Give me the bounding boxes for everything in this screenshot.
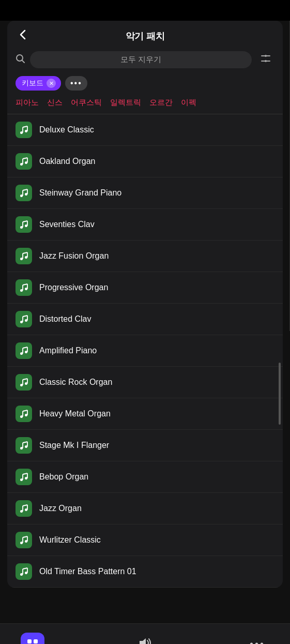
music-note-icon (16, 185, 32, 201)
instrument-name: Oakland Organ (39, 157, 96, 166)
instrument-name: Seventies Clav (39, 220, 95, 229)
clear-all-button[interactable]: 모두 지우기 (30, 51, 252, 68)
music-note-icon (16, 311, 32, 327)
music-note-icon (16, 374, 32, 391)
svg-rect-83 (27, 639, 32, 643)
svg-line-62 (23, 442, 27, 443)
music-note-icon (16, 532, 32, 548)
instrument-item[interactable]: Old Timer Bass Pattern 01 (7, 556, 283, 588)
svg-marker-87 (140, 638, 146, 645)
category-acoustic[interactable]: 어쿠스틱 (71, 98, 102, 108)
music-note-icon (16, 563, 32, 580)
volume-button[interactable] (133, 633, 156, 645)
tags-row: 키보드 ✕ ••• (7, 74, 283, 96)
svg-rect-84 (34, 639, 38, 643)
instrument-list: Deluxe Classic Oakland Organ Steinway Gr… (7, 114, 283, 588)
svg-line-82 (23, 568, 27, 569)
instrument-item[interactable]: Stage Mk I Flanger (7, 430, 283, 461)
panel-header: 악기 패치 (7, 21, 283, 48)
instrument-name: Heavy Metal Organ (39, 409, 111, 418)
music-note-icon (16, 248, 32, 264)
music-note-icon (16, 279, 32, 296)
svg-line-57 (23, 410, 27, 411)
svg-line-67 (23, 473, 27, 474)
svg-line-17 (23, 158, 27, 159)
more-options-button[interactable]: ••• (246, 634, 269, 644)
instrument-item[interactable]: Seventies Clav (7, 209, 283, 241)
scroll-track[interactable] (279, 259, 281, 588)
music-note-icon (16, 122, 32, 138)
category-effect[interactable]: 이펙 (181, 98, 196, 108)
instrument-item[interactable]: Deluxe Classic (7, 114, 283, 146)
instrument-name: Old Timer Bass Pattern 01 (39, 567, 136, 576)
instrument-name: Bebop Organ (39, 472, 88, 482)
instrument-item[interactable]: Heavy Metal Organ (7, 398, 283, 430)
instrument-name: Steinway Grand Piano (39, 188, 121, 198)
scroll-thumb (279, 363, 281, 425)
instrument-name: Wurlitzer Classic (39, 535, 101, 545)
music-note-icon (16, 153, 32, 170)
instrument-item[interactable]: Progressive Organ (7, 272, 283, 304)
plugin-button[interactable] (21, 633, 44, 645)
instrument-name: Progressive Organ (39, 283, 108, 292)
back-button[interactable] (16, 27, 30, 45)
svg-line-22 (23, 189, 27, 190)
instrument-patch-panel: 악기 패치 모두 지우기 (7, 21, 283, 588)
tag-more-button[interactable]: ••• (65, 76, 87, 91)
search-icon (16, 54, 25, 66)
more-dots: ••• (250, 638, 265, 644)
svg-line-72 (23, 505, 27, 506)
instrument-item[interactable]: Steinway Grand Piano (7, 177, 283, 209)
instrument-name: Deluxe Classic (39, 125, 94, 134)
music-note-icon (16, 342, 32, 359)
svg-line-12 (23, 126, 27, 127)
instrument-name: Distorted Clav (39, 314, 91, 324)
keyboard-tag-close[interactable]: ✕ (47, 79, 56, 88)
page-title: 악기 패치 (126, 30, 165, 42)
instrument-item[interactable]: Amplified Piano (7, 335, 283, 367)
svg-line-27 (23, 221, 27, 222)
svg-line-37 (23, 284, 27, 285)
category-synth[interactable]: 신스 (47, 98, 63, 108)
svg-line-47 (23, 347, 27, 348)
instrument-name: Jazz Organ (39, 504, 82, 513)
instrument-name: Jazz Fusion Organ (39, 251, 109, 261)
instrument-item[interactable]: Jazz Organ (7, 493, 283, 525)
instrument-item[interactable]: Distorted Clav (7, 304, 283, 335)
svg-point-0 (17, 55, 23, 61)
instrument-item[interactable]: Classic Rock Organ (7, 367, 283, 398)
svg-line-1 (22, 61, 24, 63)
keyboard-tag: 키보드 ✕ (16, 76, 61, 91)
instrument-item[interactable]: Bebop Organ (7, 461, 283, 493)
music-note-icon (16, 437, 32, 454)
music-note-icon (16, 216, 32, 233)
category-electric[interactable]: 일렉트릭 (110, 98, 141, 108)
search-bar: 모두 지우기 (7, 48, 283, 74)
instrument-item[interactable]: Jazz Fusion Organ (7, 241, 283, 272)
category-organ[interactable]: 오르간 (149, 98, 173, 108)
svg-line-32 (23, 252, 27, 253)
music-note-icon (16, 469, 32, 485)
filter-button[interactable] (257, 51, 274, 69)
svg-line-52 (23, 379, 27, 380)
bottom-bar: ••• (0, 623, 290, 644)
svg-line-42 (23, 316, 27, 317)
instrument-item[interactable]: Wurlitzer Classic (7, 525, 283, 556)
category-filter-row: 피아노 신스 어쿠스틱 일렉트릭 오르간 이펙 (7, 96, 283, 114)
instrument-name: Amplified Piano (39, 346, 97, 355)
instrument-name: Classic Rock Organ (39, 378, 112, 387)
instrument-item[interactable]: Oakland Organ (7, 146, 283, 177)
svg-line-77 (23, 536, 27, 537)
keyboard-tag-label: 키보드 (22, 79, 43, 88)
instrument-name: Stage Mk I Flanger (39, 441, 109, 450)
music-note-icon (16, 500, 32, 517)
category-piano[interactable]: 피아노 (16, 98, 39, 108)
music-note-icon (16, 406, 32, 422)
